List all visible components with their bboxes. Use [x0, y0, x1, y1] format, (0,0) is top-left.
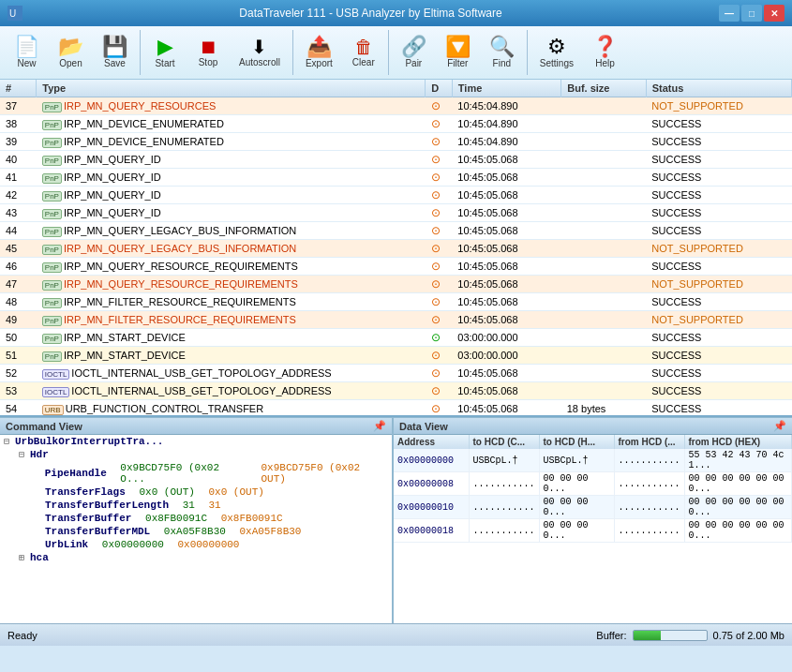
table-row[interactable]: 44 PnPIRP_MN_QUERY_LEGACY_BUS_INFORMATIO… [0, 222, 792, 240]
cell-dir: ⊙ [426, 204, 452, 222]
table-row[interactable]: 52 IOCTLIOCTL_INTERNAL_USB_GET_TOPOLOGY_… [0, 365, 792, 382]
toolbar: 📄 New 📂 Open 💾 Save ▶ Start ⏹ Stop ⬇ Aut… [0, 26, 792, 80]
table-row[interactable]: 41 PnPIRP_MN_QUERY_ID ⊙ 10:45:05.068 SUC… [0, 169, 792, 187]
type-text: IRP_MN_FILTER_RESOURCE_REQUIREMENTS [64, 314, 296, 325]
table-row[interactable]: 47 PnPIRP_MN_QUERY_RESOURCE_REQUIREMENTS… [0, 276, 792, 293]
dv-tohcdc: ........... [469, 472, 539, 496]
close-button[interactable]: ✕ [764, 5, 785, 22]
data-view-header: Data View 📌 [394, 418, 792, 435]
badge-pnp: PnP [42, 120, 62, 130]
command-view-title: Command View [6, 421, 82, 432]
cell-time: 10:45:05.068 [452, 365, 560, 382]
tree-urb-link[interactable]: UrbLink 0x00000000 0x00000000 [0, 538, 392, 551]
direction-icon: ⊙ [431, 295, 441, 308]
tree-root[interactable]: ⊟ UrbBulkOrInterruptTra... [0, 435, 392, 448]
help-button[interactable]: ❓ Help [584, 33, 626, 72]
table-row[interactable]: 45 PnPIRP_MN_QUERY_LEGACY_BUS_INFORMATIO… [0, 240, 792, 258]
cell-buf [561, 169, 647, 187]
cell-buf [561, 97, 647, 115]
data-view-content[interactable]: Address to HCD (C... to HCD (H... from H… [394, 435, 792, 623]
status-text: Ready [7, 630, 587, 641]
data-view-pin[interactable]: 📌 [773, 420, 786, 432]
table-row[interactable]: 51 PnPIRP_MN_START_DEVICE ⊙ 03:00:00.000… [0, 347, 792, 365]
table-row[interactable]: 37 PnPIRP_MN_QUERY_RESOURCES ⊙ 10:45:04.… [0, 97, 792, 115]
table-row[interactable]: 53 IOCTLIOCTL_INTERNAL_USB_GET_TOPOLOGY_… [0, 382, 792, 400]
cell-time: 10:45:04.890 [452, 115, 560, 133]
tb-key: TransferBuffer [45, 513, 131, 524]
cell-buf [561, 276, 647, 293]
table-row[interactable]: 39 PnPIRP_MN_DEVICE_ENUMERATED ⊙ 10:45:0… [0, 133, 792, 151]
cell-num: 42 [0, 187, 37, 204]
tf-sep [129, 486, 136, 498]
dv-col-tohcdh: to HCD (H... [539, 435, 614, 449]
data-view-row[interactable]: 0x00000010 ........... 00 00 00 0... ...… [394, 496, 792, 519]
save-button[interactable]: 💾 Save [94, 33, 136, 72]
filter-button[interactable]: 🔽 Filter [437, 33, 479, 72]
cell-status: NOT_SUPPORTED [646, 240, 791, 258]
expand-hca-icon: ⊞ [19, 552, 30, 563]
command-view-content[interactable]: ⊟ UrbBulkOrInterruptTra... ⊟ Hdr PipeHan… [0, 435, 392, 623]
ul-sep [92, 539, 98, 550]
maximize-button[interactable]: □ [741, 5, 762, 22]
data-view-row[interactable]: 0x00000000 USBCpL.† USBCpL.† ...........… [394, 449, 792, 472]
pair-icon: 🔗 [401, 37, 426, 57]
direction-icon: ⊙ [431, 206, 441, 219]
cell-time: 10:45:05.068 [452, 222, 560, 240]
clear-button[interactable]: 🗑 Clear [343, 34, 384, 71]
tree-transfer-buf-mdl[interactable]: TransferBufferMDL 0xA05F8B30 0xA05F8B30 [0, 525, 392, 538]
type-text: IRP_MN_QUERY_ID [64, 189, 161, 201]
start-button[interactable]: ▶ Start [144, 33, 186, 72]
data-view-row[interactable]: 0x00000018 ........... 00 00 00 0... ...… [394, 519, 792, 543]
tree-transfer-flags[interactable]: TransferFlags 0x0 (OUT) 0x0 (OUT) [0, 485, 392, 499]
cell-num: 40 [0, 151, 37, 169]
tb-sep [135, 513, 142, 524]
main-table: # Type D Time Buf. size Status 37 PnPIRP… [0, 80, 792, 415]
open-button[interactable]: 📂 Open [50, 33, 92, 72]
cell-type: PnPIRP_MN_QUERY_ID [37, 169, 426, 187]
table-row[interactable]: 38 PnPIRP_MN_DEVICE_ENUMERATED ⊙ 10:45:0… [0, 115, 792, 133]
find-button[interactable]: 🔍 Find [481, 33, 523, 72]
minimize-button[interactable]: — [719, 5, 740, 22]
table-row[interactable]: 43 PnPIRP_MN_QUERY_ID ⊙ 10:45:05.068 SUC… [0, 204, 792, 222]
tree-hca-label: hca [30, 552, 49, 563]
export-button[interactable]: 📤 Export [297, 33, 341, 72]
stop-button[interactable]: ⏹ Stop [187, 34, 229, 71]
tree-hca[interactable]: ⊞ hca [0, 551, 392, 564]
tree-hdr[interactable]: ⊟ Hdr [0, 448, 392, 461]
cell-status: SUCCESS [646, 347, 791, 365]
pair-button[interactable]: 🔗 Pair [393, 33, 435, 72]
table-row[interactable]: 40 PnPIRP_MN_QUERY_ID ⊙ 10:45:05.068 SUC… [0, 151, 792, 169]
cell-dir: ⊙ [426, 258, 452, 276]
direction-icon: ⊙ [431, 117, 441, 130]
cell-type: PnPIRP_MN_QUERY_LEGACY_BUS_INFORMATION [37, 222, 426, 240]
tree-transfer-buf-len[interactable]: TransferBufferLength 31 31 [0, 499, 392, 512]
tree-pipe-handle[interactable]: PipeHandle 0x9BCD75F0 (0x02 O... 0x9BCD7… [0, 461, 392, 485]
tree-transfer-buf[interactable]: TransferBuffer 0x8FB0091C 0x8FB0091C [0, 512, 392, 525]
cell-status: NOT_SUPPORTED [646, 97, 791, 115]
tbm-val2: 0xA05F8B30 [239, 526, 301, 537]
dv-fromhcdhex: 55 53 42 43 70 4c 1... [684, 449, 791, 472]
autoscroll-button[interactable]: ⬇ Autoscroll [231, 34, 289, 71]
badge-pnp: PnP [42, 245, 62, 255]
table-row[interactable]: 42 PnPIRP_MN_QUERY_ID ⊙ 10:45:05.068 SUC… [0, 187, 792, 204]
cell-status: SUCCESS [646, 400, 791, 416]
cell-type: PnPIRP_MN_DEVICE_ENUMERATED [37, 133, 426, 151]
command-view-pin[interactable]: 📌 [373, 420, 386, 432]
dv-col-addr: Address [394, 435, 469, 449]
data-view-row[interactable]: 0x00000008 ........... 00 00 00 0... ...… [394, 472, 792, 496]
cell-dir: ⊙ [426, 400, 452, 416]
table-wrapper[interactable]: # Type D Time Buf. size Status 37 PnPIRP… [0, 80, 792, 415]
cell-dir: ⊙ [426, 276, 452, 293]
table-row[interactable]: 54 URBURB_FUNCTION_CONTROL_TRANSFER ⊙ 10… [0, 400, 792, 416]
cell-num: 38 [0, 115, 37, 133]
table-row[interactable]: 50 PnPIRP_MN_START_DEVICE ⊙ 03:00:00.000… [0, 329, 792, 347]
cell-type: PnPIRP_MN_QUERY_RESOURCES [37, 97, 426, 115]
table-row[interactable]: 49 PnPIRP_MN_FILTER_RESOURCE_REQUIREMENT… [0, 311, 792, 329]
settings-button[interactable]: ⚙ Settings [531, 33, 582, 72]
direction-icon: ⊙ [431, 349, 441, 362]
tbl-key: TransferBufferLength [45, 500, 169, 511]
new-button[interactable]: 📄 New [6, 33, 48, 72]
separator-1 [140, 30, 141, 75]
table-row[interactable]: 48 PnPIRP_MN_FILTER_RESOURCE_REQUIREMENT… [0, 293, 792, 311]
table-row[interactable]: 46 PnPIRP_MN_QUERY_RESOURCE_REQUIREMENTS… [0, 258, 792, 276]
